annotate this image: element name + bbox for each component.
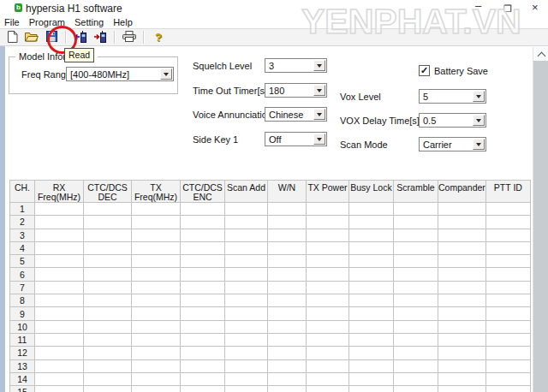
channel-cell[interactable] [349, 229, 394, 241]
channel-cell[interactable] [181, 386, 225, 392]
channel-cell[interactable] [438, 372, 486, 385]
channel-cell[interactable] [307, 229, 349, 241]
channel-cell[interactable] [35, 333, 84, 346]
channel-cell[interactable] [225, 372, 268, 385]
channel-cell[interactable] [394, 294, 438, 307]
channel-cell[interactable] [181, 347, 225, 359]
channel-cell[interactable] [438, 255, 486, 268]
voice-annunciation-select[interactable]: Chinese [265, 107, 327, 122]
channel-cell[interactable] [394, 229, 438, 241]
channel-cell[interactable] [181, 359, 225, 372]
channel-cell[interactable] [485, 294, 530, 307]
channel-cell[interactable] [225, 307, 268, 320]
channel-cell[interactable] [132, 203, 181, 216]
row-number-cell[interactable]: 10 [10, 320, 35, 333]
row-number-cell[interactable]: 9 [10, 307, 35, 320]
battery-save-checkbox[interactable]: ✓ [419, 65, 430, 76]
channel-cell[interactable] [349, 216, 394, 229]
channel-cell[interactable] [84, 359, 132, 372]
channel-cell[interactable] [132, 359, 181, 372]
channel-cell[interactable] [349, 281, 394, 294]
channel-cell[interactable] [35, 347, 84, 359]
channel-cell[interactable] [132, 320, 181, 333]
channel-cell[interactable] [181, 320, 225, 333]
channel-cell[interactable] [181, 268, 225, 281]
dropdown-button[interactable] [313, 109, 325, 120]
channel-cell[interactable] [268, 281, 307, 294]
channel-cell[interactable] [268, 359, 307, 372]
channel-cell[interactable] [181, 203, 225, 216]
channel-cell[interactable] [268, 241, 307, 254]
channel-cell[interactable] [485, 307, 530, 320]
freq-range-select[interactable]: [400-480MHz] [66, 67, 174, 81]
scrollbar-up-button[interactable] [533, 47, 548, 61]
new-file-button[interactable] [4, 30, 20, 45]
channel-cell[interactable] [349, 241, 394, 254]
channel-cell[interactable] [268, 333, 307, 346]
channel-cell[interactable] [485, 386, 530, 392]
channel-cell[interactable] [84, 241, 132, 254]
channel-cell[interactable] [84, 372, 132, 385]
channel-cell[interactable] [307, 241, 349, 254]
channel-cell[interactable] [268, 268, 307, 281]
scrollbar-thumb[interactable] [533, 61, 548, 392]
vox-level-select[interactable]: 5 [419, 89, 486, 104]
channel-cell[interactable] [132, 333, 181, 346]
channel-cell[interactable] [349, 386, 394, 392]
channel-cell[interactable] [84, 216, 132, 229]
channel-cell[interactable] [181, 307, 225, 320]
row-number-cell[interactable]: 3 [10, 229, 35, 241]
channel-cell[interactable] [225, 359, 268, 372]
channel-cell[interactable] [132, 281, 181, 294]
channel-cell[interactable] [225, 386, 268, 392]
channel-cell[interactable] [132, 255, 181, 268]
channel-cell[interactable] [394, 241, 438, 254]
print-button[interactable] [122, 30, 137, 45]
close-button[interactable]: × [532, 2, 539, 14]
channel-cell[interactable] [394, 359, 438, 372]
channel-cell[interactable] [132, 268, 181, 281]
channel-cell[interactable] [349, 255, 394, 268]
channel-cell[interactable] [35, 294, 84, 307]
channel-cell[interactable] [349, 359, 394, 372]
channel-cell[interactable] [438, 347, 486, 359]
channel-cell[interactable] [394, 281, 438, 294]
row-number-cell[interactable]: 13 [10, 359, 35, 372]
vox-delay-time-select[interactable]: 0.5 [419, 113, 486, 128]
row-number-cell[interactable]: 8 [10, 294, 35, 307]
channel-cell[interactable] [438, 320, 486, 333]
dropdown-button[interactable] [313, 134, 325, 145]
channel-cell[interactable] [84, 333, 132, 346]
row-number-cell[interactable]: 4 [10, 241, 35, 254]
channel-cell[interactable] [485, 203, 530, 216]
dropdown-button[interactable] [473, 91, 485, 102]
channel-cell[interactable] [268, 255, 307, 268]
channel-cell[interactable] [307, 333, 349, 346]
channel-cell[interactable] [394, 268, 438, 281]
minimize-button[interactable]: – [475, 0, 481, 12]
channel-cell[interactable] [181, 294, 225, 307]
channel-cell[interactable] [307, 320, 349, 333]
channel-cell[interactable] [394, 203, 438, 216]
channel-cell[interactable] [268, 372, 307, 385]
channel-cell[interactable] [35, 359, 84, 372]
channel-cell[interactable] [485, 216, 530, 229]
channel-cell[interactable] [349, 268, 394, 281]
channel-cell[interactable] [132, 241, 181, 254]
channel-cell[interactable] [485, 268, 530, 281]
channel-cell[interactable] [394, 333, 438, 346]
dropdown-button[interactable] [473, 115, 485, 126]
channel-cell[interactable] [35, 241, 84, 254]
channel-cell[interactable] [132, 307, 181, 320]
channel-cell[interactable] [438, 203, 486, 216]
time-out-timer-select[interactable]: 180 [265, 83, 327, 98]
channel-cell[interactable] [394, 255, 438, 268]
channel-cell[interactable] [349, 203, 394, 216]
channel-cell[interactable] [225, 229, 268, 241]
row-number-cell[interactable]: 2 [10, 216, 35, 229]
channel-cell[interactable] [132, 386, 181, 392]
channel-cell[interactable] [394, 347, 438, 359]
vertical-scrollbar[interactable] [533, 47, 548, 392]
row-number-cell[interactable]: 5 [10, 255, 35, 268]
channel-cell[interactable] [349, 294, 394, 307]
